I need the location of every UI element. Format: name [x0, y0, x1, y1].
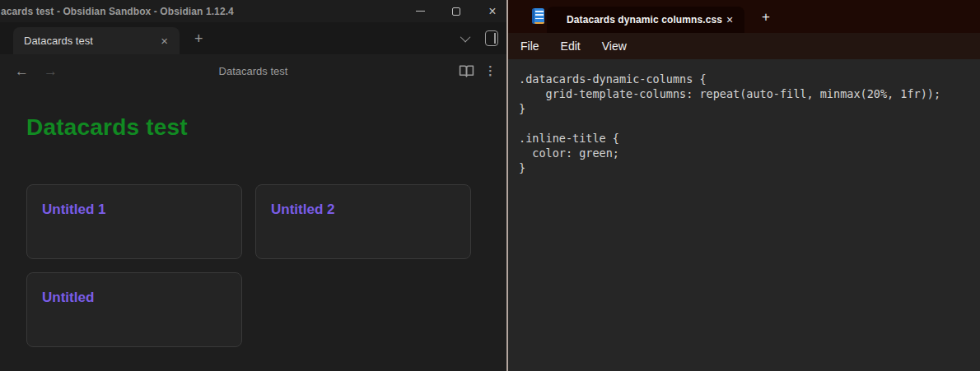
tab-datacards-test[interactable]: Datacards test ×	[13, 27, 180, 54]
tab-css-file[interactable]: Datacards dynamic columns.css ×	[547, 7, 744, 33]
view-header-title: Datacards test	[0, 65, 506, 77]
new-tab-button[interactable]: +	[755, 7, 777, 27]
obsidian-window: acards test - Obsidian Sandbox - Obsidia…	[0, 0, 506, 371]
maximize-icon	[452, 7, 460, 16]
code-line	[519, 116, 980, 131]
tab-bar-right-actions	[463, 22, 498, 54]
tab-label: Datacards dynamic columns.css	[567, 14, 722, 26]
more-options-button[interactable]: ⋮	[484, 63, 497, 78]
obsidian-titlebar: acards test - Obsidian Sandbox - Obsidia…	[0, 0, 506, 22]
datacard-link[interactable]: Untitled 1	[42, 202, 226, 218]
datacard[interactable]: Untitled	[26, 272, 242, 347]
code-line: }	[519, 160, 980, 175]
notepad-window: Datacards dynamic columns.css × + File E…	[506, 0, 980, 371]
notepad-menu-bar: File Edit View	[508, 33, 980, 59]
datacards-grid: Untitled 1 Untitled 2 Untitled	[26, 184, 471, 347]
kebab-icon: ⋮	[484, 63, 497, 78]
stacked-tabs-button[interactable]	[485, 30, 498, 46]
datacard-link[interactable]: Untitled	[42, 290, 226, 306]
minimize-icon	[416, 11, 425, 12]
datacard[interactable]: Untitled 1	[26, 184, 242, 259]
notepad-editor[interactable]: .datacards-dynamic-columns { grid-templa…	[508, 59, 980, 371]
book-open-icon	[459, 63, 474, 79]
menu-view[interactable]: View	[595, 36, 634, 56]
notepad-app-icon	[532, 8, 544, 24]
obsidian-view-header: ← → Datacards test ⋮	[0, 54, 506, 87]
tab-label: Datacards test	[24, 35, 157, 47]
navigate-back-button[interactable]: ←	[11, 63, 33, 80]
datacard[interactable]: Untitled 2	[255, 184, 471, 259]
tab-close-button[interactable]: ×	[722, 12, 737, 27]
maximize-button[interactable]	[449, 0, 464, 22]
datacard-link[interactable]: Untitled 2	[271, 202, 455, 218]
code-line: color: green;	[519, 146, 980, 160]
tab-close-button[interactable]: ×	[157, 33, 171, 49]
minimize-button[interactable]	[413, 0, 427, 22]
obsidian-window-title: acards test - Obsidian Sandbox - Obsidia…	[1, 6, 234, 17]
navigate-forward-button[interactable]: →	[40, 63, 62, 80]
close-icon: ×	[488, 5, 496, 18]
desktop: acards test - Obsidian Sandbox - Obsidia…	[0, 0, 980, 371]
note-content: Datacards test Untitled 1 Untitled 2 Unt…	[0, 87, 506, 371]
tab-list-button[interactable]	[463, 35, 470, 42]
window-controls: ×	[413, 0, 500, 22]
notepad-tab-bar: Datacards dynamic columns.css × +	[508, 0, 980, 33]
code-line: }	[519, 101, 980, 116]
menu-file[interactable]: File	[513, 36, 547, 56]
code-line: .inline-title {	[519, 131, 980, 146]
code-line: grid-template-columns: repeat(auto-fill,…	[519, 86, 980, 101]
stacked-tabs-icon	[485, 30, 498, 46]
view-header-actions: ⋮	[459, 63, 497, 79]
new-tab-button[interactable]: +	[189, 30, 208, 48]
reading-view-button[interactable]	[459, 63, 474, 79]
obsidian-tab-bar: Datacards test × +	[0, 22, 506, 54]
menu-edit[interactable]: Edit	[553, 36, 588, 56]
chevron-down-icon	[460, 32, 471, 43]
note-inline-title: Datacards test	[26, 114, 188, 141]
close-button[interactable]: ×	[485, 0, 500, 22]
code-line: .datacards-dynamic-columns {	[519, 72, 980, 86]
